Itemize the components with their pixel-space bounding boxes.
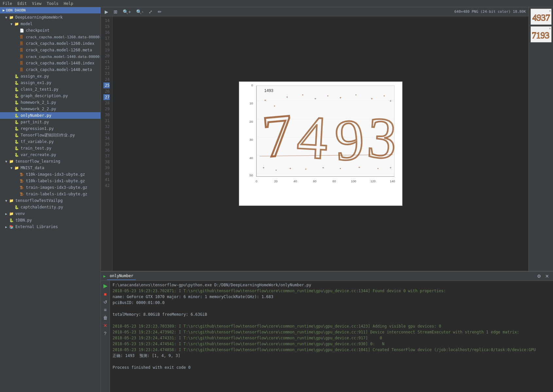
sidebar-item-checkpoint[interactable]: 📄 checkpoint <box>0 27 100 34</box>
svg-text:1493: 1493 <box>264 88 273 93</box>
run-panel: ▶ onlyNumber ⚙ ✕ ▶ ■ ↺ ≡ 🗑 ✕ ? <box>101 271 553 392</box>
run-line: 2018-05-23 19:23:24.474858: I T:\src\git… <box>113 347 550 353</box>
thumbnail-close-1[interactable]: ✕ <box>549 9 551 12</box>
sidebar-item-part_init[interactable]: 🐍 part_init.py <box>0 119 100 125</box>
sidebar-item-crack1260index[interactable]: 🗄 crack_capcha.model-1260.index <box>0 40 100 47</box>
run-clear-btn[interactable]: 🗑 <box>102 314 109 321</box>
tree-label: class_2_test1.py <box>21 87 59 92</box>
line-num: 37 <box>103 153 110 159</box>
run-stop-btn[interactable]: ■ <box>102 291 108 297</box>
sidebar-item-train-images[interactable]: 🗜 train-images-idx3-ubyte.gz <box>0 184 100 191</box>
svg-text:+: + <box>322 166 324 169</box>
svg-text:0: 0 <box>256 179 257 183</box>
run-play-btn[interactable]: ▶ <box>102 282 109 290</box>
tree-label: DeepLearningHomeWork <box>15 15 63 20</box>
toolbar-edit-btn[interactable]: ✏ <box>156 9 163 15</box>
editor-toolbar: ▶ ⊞ 🔍+ 🔍- ⤢ ✏ 640×480 PNG (24-bit color)… <box>101 7 528 16</box>
run-filter-btn[interactable]: ✕ <box>102 322 109 329</box>
sidebar-item-homework_2_1[interactable]: 🐍 homework_2_1.py <box>0 99 100 106</box>
toolbar-zoom-in-btn[interactable]: 🔍+ <box>121 9 132 15</box>
run-line: F:\anacanda\envs\tensorflow-gpu\python.e… <box>113 282 550 288</box>
run-left-toolbar: ▶ ■ ↺ ≡ 🗑 ✕ ? <box>101 281 110 392</box>
sidebar-item-homework_2_2[interactable]: 🐍 homework_2_2.py <box>0 106 100 112</box>
svg-text:+: + <box>264 98 266 102</box>
model-icon: 🗄 <box>20 55 25 59</box>
line-num: 25 <box>103 82 110 88</box>
thumbnail-1[interactable]: 4937 ✕ <box>530 9 552 25</box>
tree-label: onlyNumber.py <box>21 113 51 118</box>
expand-arrow: ▼ <box>10 22 14 26</box>
menu-file[interactable]: File <box>3 1 12 6</box>
tree-label: MNIST_data <box>21 166 44 170</box>
sidebar-item-captchaldentity[interactable]: 🐍 captchaldentity.py <box>0 204 100 210</box>
sidebar-item-var_recreate[interactable]: 🐍 var_recreate.py <box>0 151 100 158</box>
sidebar-item-tf-homework[interactable]: 🐍 TensorFlow逻辑回归作业.py <box>0 132 100 138</box>
svg-text:40: 40 <box>249 156 253 160</box>
sidebar-item-graph_description[interactable]: 🐍 graph_description.py <box>0 93 100 99</box>
sidebar-item-crack1440data[interactable]: 🗄 crack_capcha.model-1440.data-00000-of-… <box>0 53 100 60</box>
toolbar-zoom-out-btn[interactable]: 🔍- <box>135 9 145 15</box>
tree-label: venv <box>15 211 25 216</box>
sidebar-item-onlyNumber[interactable]: 🐍 onlyNumber.py <box>0 112 100 119</box>
line-num: 35 <box>103 141 110 147</box>
code-view[interactable]: 1493 0 10 20 30 <box>113 16 528 271</box>
sidebar-item-train-labels[interactable]: 🗜 train-labels-idx1-ubyte.gz <box>0 191 100 197</box>
run-rerun-btn[interactable]: ↺ <box>102 299 109 305</box>
py-icon: 🐍 <box>14 153 20 157</box>
sidebar-item-tensorflow_learning[interactable]: ▼ 📁 tensorflow_learning <box>0 158 100 165</box>
svg-text:4937: 4937 <box>532 13 550 23</box>
sidebar-item-assign_ex1[interactable]: 🐍 assign_ex1.py <box>0 80 100 86</box>
sidebar-item-crack1440index[interactable]: 🗄 crack_capcha.model-1440.index <box>0 60 100 66</box>
tree-label: homework_2_2.py <box>21 107 56 111</box>
menu-tools[interactable]: Tools <box>47 1 59 6</box>
line-num: 26 <box>103 88 110 94</box>
sidebar-item-tDBN[interactable]: 🐍 tDBN.py <box>0 217 100 223</box>
toolbar-grid-btn[interactable]: ⊞ <box>112 9 119 15</box>
svg-text:+: + <box>286 95 288 99</box>
plot-container: 1493 0 10 20 30 <box>113 16 528 271</box>
sidebar-item-crack1260data[interactable]: 🗄 crack_capcha.model-1260.data-00000-of-… <box>0 34 100 40</box>
project-header: ▶ DBN DAOBN <box>0 7 100 13</box>
archive-icon: 🗜 <box>20 186 25 190</box>
run-tab[interactable]: onlyNumber <box>107 272 136 280</box>
run-content[interactable]: F:\anacanda\envs\tensorflow-gpu\python.e… <box>110 281 553 392</box>
svg-text:+: + <box>289 167 291 170</box>
run-close-btn[interactable]: ✕ <box>544 273 550 279</box>
sidebar-item-crack1440meta[interactable]: 🗄 crack_capcha.model-1440.meta <box>0 66 100 73</box>
sidebar-item-regression1[interactable]: 🐍 regression1.py <box>0 125 100 132</box>
thumbnail-2[interactable]: 7193 ✕ <box>530 26 552 43</box>
project-title: DBN DAOBN <box>6 8 26 12</box>
sidebar-item-venv[interactable]: ▶ 📁 venv <box>0 210 100 217</box>
menu-help[interactable]: Help <box>64 1 73 6</box>
sidebar-item-MNIST_data[interactable]: ▼ 📁 MNIST_data <box>0 165 100 171</box>
run-help-btn[interactable]: ? <box>103 330 108 337</box>
toolbar-zoom-actual-btn[interactable]: ⤢ <box>147 9 154 15</box>
sidebar-item-model[interactable]: ▼ 📁 model <box>0 21 100 27</box>
svg-text:9: 9 <box>333 107 366 172</box>
menu-edit[interactable]: Edit <box>17 1 27 6</box>
sidebar-item-t10k-images[interactable]: 🗜 t10k-images-idx3-ubyte.gz <box>0 171 100 178</box>
line-num: 31 <box>103 118 110 124</box>
sidebar-item-external-libs[interactable]: ▶ 📚 External Libraries <box>0 223 100 230</box>
svg-text:*: * <box>383 95 385 98</box>
menu-view[interactable]: View <box>32 1 42 6</box>
sidebar-item-crack1260meta[interactable]: 🗄 crack_capcha.model-1260.meta <box>0 47 100 53</box>
run-settings-btn[interactable]: ⚙ <box>536 273 543 279</box>
tree-label: crack_capcha.model-1260.data-00000-of-00… <box>26 35 100 39</box>
thumbnail-close-2[interactable]: ✕ <box>549 27 551 30</box>
toolbar-run-btn[interactable]: ▶ <box>103 9 110 15</box>
run-line <box>113 359 550 365</box>
expand-arrow: ▼ <box>5 16 9 19</box>
run-scroll-btn[interactable]: ≡ <box>102 307 108 313</box>
sidebar-item-train_test[interactable]: 🐍 train_test.py <box>0 145 100 151</box>
sidebar-item-assign_ex[interactable]: 🐍 assign_ex.py <box>0 73 100 80</box>
sidebar-item-t10k-labels[interactable]: 🗜 t10k-labels-idx1-ubyte.gz <box>0 178 100 184</box>
sidebar-item-tensorflowTestVailpg[interactable]: ▼ 📁 tensorflowTestVailpg <box>0 197 100 204</box>
menu-bar: File Edit View Tools Help <box>0 0 553 7</box>
sidebar-item-class_2_test1[interactable]: 🐍 class_2_test1.py <box>0 86 100 93</box>
line-num: 16 <box>103 29 110 35</box>
tree-label: tDBN.py <box>15 218 32 223</box>
sidebar-item-deeplearning[interactable]: ▼ 📁 DeepLearningHomeWork <box>0 14 100 21</box>
svg-text:+: + <box>389 166 391 169</box>
sidebar-item-tf_variable[interactable]: 🐍 tf_variable.py <box>0 138 100 145</box>
